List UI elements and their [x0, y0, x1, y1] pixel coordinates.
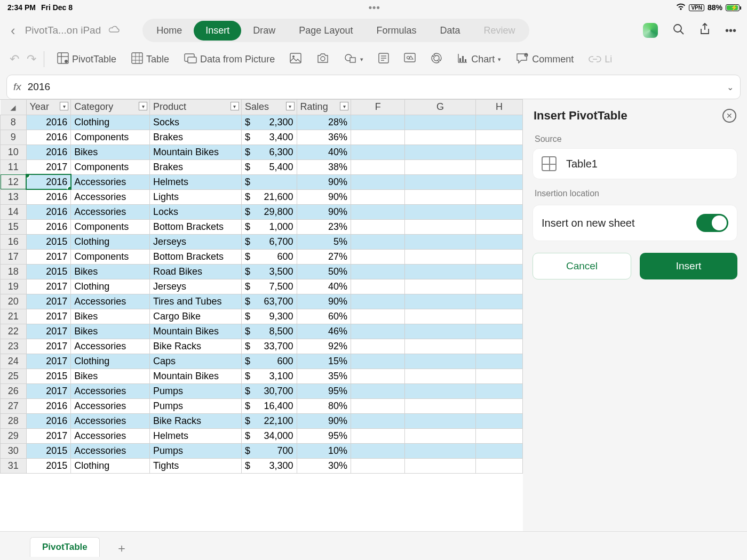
redo-button[interactable]: ↷ — [27, 52, 36, 66]
cell-rating[interactable]: 90% — [297, 204, 351, 219]
cell-category[interactable]: Accessories — [71, 428, 150, 443]
data-from-picture-button[interactable]: Data from Picture — [179, 51, 280, 68]
cell-empty[interactable] — [351, 219, 405, 234]
filter-dropdown-icon[interactable]: ▾ — [139, 102, 147, 110]
new-sheet-toggle[interactable] — [696, 214, 728, 232]
cell-empty[interactable] — [351, 130, 405, 145]
cell-rating[interactable]: 60% — [297, 309, 351, 324]
cell-empty[interactable] — [405, 145, 475, 159]
cell-empty[interactable] — [405, 130, 475, 145]
cell-year[interactable]: 2016 — [26, 115, 71, 130]
cell-category[interactable]: Components — [71, 159, 150, 174]
col-header-F[interactable]: F — [351, 100, 405, 115]
cell-sales[interactable]: $600 — [241, 249, 297, 264]
cell-category[interactable]: Bikes — [71, 369, 150, 383]
cell-product[interactable]: Bike Racks — [150, 339, 242, 354]
cell-year[interactable]: 2017 — [26, 383, 71, 398]
cell-empty[interactable] — [475, 324, 522, 339]
cell-product[interactable]: Tights — [150, 458, 242, 473]
row-header[interactable]: 14 — [1, 204, 27, 219]
table-row[interactable]: 142016AccessoriesLocks$29,80090% — [1, 204, 523, 219]
spreadsheet-grid[interactable]: ◢ Year▾ Category▾ Product▾ Sales▾ Rating… — [0, 99, 523, 531]
cell-rating[interactable]: 30% — [297, 458, 351, 473]
cell-empty[interactable] — [351, 264, 405, 279]
cell-sales[interactable]: $63,700 — [241, 294, 297, 309]
tab-review[interactable]: Review — [472, 21, 527, 41]
cell-rating[interactable]: 95% — [297, 428, 351, 443]
cell-empty[interactable] — [351, 115, 405, 130]
pictures-button[interactable] — [284, 51, 307, 68]
table-button[interactable]: Table — [126, 50, 174, 69]
cell-rating[interactable]: 90% — [297, 189, 351, 204]
cell-empty[interactable] — [475, 383, 522, 398]
cell-empty[interactable] — [351, 369, 405, 383]
cell-empty[interactable] — [405, 174, 475, 189]
cell-sales[interactable]: $700 — [241, 443, 297, 458]
cell-category[interactable]: Clothing — [71, 354, 150, 369]
cell-year[interactable]: 2015 — [26, 443, 71, 458]
table-row[interactable]: 292017AccessoriesHelmets$34,00095% — [1, 428, 523, 443]
sheet-tab-pivottable[interactable]: PivotTable — [30, 537, 100, 557]
table-row[interactable]: 92016ComponentsBrakes$3,40036% — [1, 130, 523, 145]
cell-rating[interactable]: 5% — [297, 234, 351, 249]
insert-button[interactable]: Insert — [640, 253, 737, 279]
cell-rating[interactable]: 40% — [297, 279, 351, 294]
cell-empty[interactable] — [405, 219, 475, 234]
tab-home[interactable]: Home — [145, 21, 194, 41]
filter-dropdown-icon[interactable]: ▾ — [286, 102, 295, 110]
cell-empty[interactable] — [351, 398, 405, 413]
cell-empty[interactable] — [351, 234, 405, 249]
tab-draw[interactable]: Draw — [241, 21, 287, 41]
cell-year[interactable]: 2015 — [26, 264, 71, 279]
table-row[interactable]: 102016BikesMountain Bikes$6,30040% — [1, 145, 523, 159]
cell-empty[interactable] — [351, 279, 405, 294]
cell-sales[interactable]: $29,800 — [241, 204, 297, 219]
cell-product[interactable]: Mountain Bikes — [150, 369, 242, 383]
cell-empty[interactable] — [405, 428, 475, 443]
cell-product[interactable]: Bike Racks — [150, 413, 242, 428]
cell-empty[interactable] — [475, 174, 522, 189]
cell-rating[interactable]: 95% — [297, 383, 351, 398]
cell-year[interactable]: 2016 — [26, 130, 71, 145]
table-row[interactable]: 182015BikesRoad Bikes$3,50050% — [1, 264, 523, 279]
cell-sales[interactable]: $34,000 — [241, 428, 297, 443]
cell-category[interactable]: Accessories — [71, 174, 150, 189]
cell-empty[interactable] — [405, 369, 475, 383]
cell-product[interactable]: Mountain Bikes — [150, 145, 242, 159]
cell-product[interactable]: Helmets — [150, 428, 242, 443]
cell-category[interactable]: Bikes — [71, 324, 150, 339]
cell-empty[interactable] — [405, 204, 475, 219]
cell-empty[interactable] — [475, 428, 522, 443]
table-row[interactable]: 132016AccessoriesLights$21,60090% — [1, 189, 523, 204]
table-row[interactable]: 312015ClothingTights$3,30030% — [1, 458, 523, 473]
cell-empty[interactable] — [351, 309, 405, 324]
cell-empty[interactable] — [475, 115, 522, 130]
cell-rating[interactable]: 35% — [297, 369, 351, 383]
col-header-category[interactable]: Category▾ — [71, 100, 150, 115]
cell-empty[interactable] — [405, 309, 475, 324]
cell-empty[interactable] — [475, 130, 522, 145]
row-header[interactable]: 16 — [1, 234, 27, 249]
textbox-button[interactable] — [373, 51, 394, 68]
cell-product[interactable]: Helmets — [150, 174, 242, 189]
cell-empty[interactable] — [351, 145, 405, 159]
table-row[interactable]: 172017ComponentsBottom Brackets$60027% — [1, 249, 523, 264]
cell-empty[interactable] — [475, 219, 522, 234]
filter-dropdown-icon[interactable]: ▾ — [231, 102, 239, 110]
camera-button[interactable] — [311, 51, 335, 68]
icons-button[interactable] — [399, 51, 421, 68]
cell-category[interactable]: Components — [71, 219, 150, 234]
row-header[interactable]: 9 — [1, 130, 27, 145]
table-row[interactable]: 282016AccessoriesBike Racks$22,10090% — [1, 413, 523, 428]
undo-button[interactable]: ↶ — [10, 52, 19, 66]
cell-product[interactable]: Bottom Brackets — [150, 249, 242, 264]
row-header[interactable]: 15 — [1, 219, 27, 234]
row-header[interactable]: 8 — [1, 115, 27, 130]
row-header[interactable]: 25 — [1, 369, 27, 383]
cell-empty[interactable] — [351, 383, 405, 398]
cell-category[interactable]: Accessories — [71, 413, 150, 428]
cell-category[interactable]: Clothing — [71, 115, 150, 130]
cell-empty[interactable] — [475, 264, 522, 279]
cell-empty[interactable] — [475, 443, 522, 458]
cell-sales[interactable]: $3,100 — [241, 369, 297, 383]
